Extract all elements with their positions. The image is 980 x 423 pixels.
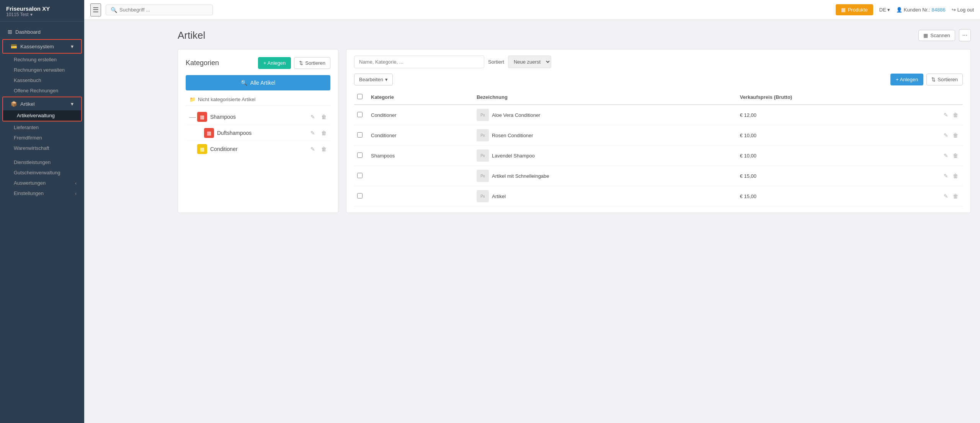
category-actions-shampoos: ✎ 🗑 xyxy=(309,113,328,121)
row-delete-3[interactable]: 🗑 xyxy=(951,172,960,180)
page-title-row: Artikel ▦ Scannen ··· xyxy=(178,29,971,41)
search-box: 🔍 xyxy=(106,5,213,15)
table-row: Conditioner Px Rosen Conditioner € 10,00… xyxy=(354,125,963,146)
row-checkbox-3[interactable] xyxy=(357,173,363,178)
sidebar: Friseursalon XY 10115 Test ▾ ⊞ Dashboard… xyxy=(0,0,84,423)
category-actions-conditioner: ✎ 🗑 xyxy=(309,145,328,153)
kategorien-actions: + Anlegen ⇅ Sortieren xyxy=(258,57,330,69)
sidebar-sub-lieferanten[interactable]: Lieferanten xyxy=(0,122,84,133)
row-edit-4[interactable]: ✎ xyxy=(942,192,950,200)
category-color-icon-conditioner: ▦ xyxy=(197,144,207,154)
more-options-button[interactable]: ··· xyxy=(959,29,971,41)
sidebar-sub-warenwirtschaft[interactable]: Warenwirtschaft xyxy=(0,143,84,153)
row-thumb-0: Px xyxy=(477,109,489,121)
sort-select[interactable]: Neue zuerst Alte zuerst Name A-Z Name Z-… xyxy=(508,56,551,68)
row-delete-2[interactable]: 🗑 xyxy=(951,152,960,159)
artikel-toolbar-bottom: Bearbeiten ▾ + Anlegen ⇅ Sortieren xyxy=(354,74,963,85)
sidebar-sub-fremdfirmen[interactable]: Fremdfirmen xyxy=(0,133,84,143)
category-name-conditioner[interactable]: Conditioner xyxy=(210,146,309,152)
sidebar-sub-einstellungen[interactable]: Einstellungen ‹ xyxy=(0,188,84,198)
sidebar-item-kassensystem[interactable]: 💳 Kassensystem ▾ xyxy=(2,39,82,54)
category-delete-conditioner[interactable]: 🗑 xyxy=(320,145,328,153)
row-edit-2[interactable]: ✎ xyxy=(942,152,950,159)
row-delete-4[interactable]: 🗑 xyxy=(951,192,960,200)
hamburger-button[interactable]: ☰ xyxy=(90,3,101,16)
category-item-conditioner: ▦ Conditioner ✎ 🗑 xyxy=(186,141,330,157)
category-delete-duftshampoos[interactable]: 🗑 xyxy=(320,129,328,137)
sidebar-sub-rechnung-erstellen[interactable]: Rechnung erstellen xyxy=(0,54,84,65)
panels: Kategorien + Anlegen ⇅ Sortieren 🔍 Alle … xyxy=(178,49,971,213)
sidebar-sub-artikelverwaltung[interactable]: Artikelverwaltung xyxy=(3,110,81,121)
produkte-button[interactable]: ▦ Produkte xyxy=(836,4,873,15)
artikel-search-input[interactable] xyxy=(354,56,484,68)
row-actions-2: ✎ 🗑 xyxy=(935,152,960,159)
row-edit-0[interactable]: ✎ xyxy=(942,111,950,119)
row-thumb-3: Px xyxy=(477,170,489,182)
bearbeiten-button[interactable]: Bearbeiten ▾ xyxy=(354,74,393,85)
row-edit-1[interactable]: ✎ xyxy=(942,131,950,139)
row-kategorie-0: Conditioner xyxy=(368,105,474,125)
produkte-icon: ▦ xyxy=(841,7,846,13)
table-row: Shampoos Px Lavendel Shampoo € 10,00 ✎ 🗑 xyxy=(354,146,963,166)
row-bezeichnung-4: Px Artikel xyxy=(474,186,737,207)
row-thumb-1: Px xyxy=(477,129,489,141)
row-checkbox-2[interactable] xyxy=(357,152,363,158)
page-title: Artikel xyxy=(178,30,205,41)
col-preis-header: Verkaufspreis (Brutto) xyxy=(737,90,932,105)
row-actions-3: ✎ 🗑 xyxy=(935,172,960,180)
row-checkbox-1[interactable] xyxy=(357,132,363,138)
row-delete-1[interactable]: 🗑 xyxy=(951,131,960,139)
sidebar-item-artikel[interactable]: 📦 Artikel ▾ xyxy=(3,97,81,110)
alle-artikel-button[interactable]: 🔍 Alle Artikel xyxy=(186,75,330,90)
search-input[interactable] xyxy=(119,7,208,13)
customer-number-link[interactable]: 84886 xyxy=(931,7,945,13)
sidebar-item-dashboard[interactable]: ⊞ Dashboard xyxy=(0,25,84,38)
category-edit-shampoos[interactable]: ✎ xyxy=(309,113,317,121)
row-actions-0: ✎ 🗑 xyxy=(935,111,960,119)
collapse-icon[interactable]: — xyxy=(188,113,197,121)
row-checkbox-4[interactable] xyxy=(357,193,363,198)
sidebar-sub-rechnungen-verwalten[interactable]: Rechnungen verwalten xyxy=(0,65,84,75)
sort-icon: ⇅ xyxy=(299,60,303,66)
nicht-kategorisiert-row[interactable]: 📁 Nicht kategorisierte Artikel xyxy=(186,93,330,106)
brand-branch[interactable]: 10115 Test ▾ xyxy=(6,12,78,17)
sidebar-sub-gutschein[interactable]: Gutscheinverwaltung xyxy=(0,167,84,178)
category-name-duftshampoos[interactable]: Duftshampoos xyxy=(217,130,309,136)
category-edit-conditioner[interactable]: ✎ xyxy=(309,145,317,153)
sort-icon-2: ⇅ xyxy=(931,77,936,82)
artikel-sortieren-button[interactable]: ⇅ Sortieren xyxy=(926,74,963,85)
category-color-icon-duftshampoos: ▦ xyxy=(204,128,214,138)
select-all-checkbox[interactable] xyxy=(357,94,363,99)
folder-icon: 📁 xyxy=(189,97,196,102)
table-row: Px Artikel mit Schnelleingabe € 15,00 ✎ … xyxy=(354,166,963,186)
category-delete-shampoos[interactable]: 🗑 xyxy=(320,113,328,121)
scan-button[interactable]: ▦ Scannen xyxy=(918,30,955,41)
row-bezeichnung-3: Px Artikel mit Schnelleingabe xyxy=(474,166,737,186)
sidebar-sub-kassenbuch[interactable]: Kassenbuch xyxy=(0,75,84,85)
row-bezeichnung-0: Px Aloe Vera Conditioner xyxy=(474,105,737,125)
logout-button[interactable]: ↪ Log out xyxy=(952,7,974,13)
sidebar-nav: ⊞ Dashboard 💳 Kassensystem ▾ Rechnung er… xyxy=(0,21,84,202)
sidebar-sub-offene-rechnungen[interactable]: Offene Rechnungen xyxy=(0,85,84,96)
row-kategorie-1: Conditioner xyxy=(368,125,474,146)
topbar-right: ▦ Produkte DE ▾ 👤 Kunden Nr.: 84886 ↪ Lo… xyxy=(836,4,974,15)
col-kategorie-header: Kategorie xyxy=(368,90,474,105)
row-kategorie-2: Shampoos xyxy=(368,146,474,166)
row-preis-2: € 10,00 xyxy=(737,146,932,166)
sidebar-sub-auswertungen[interactable]: Auswertungen ‹ xyxy=(0,178,84,188)
kategorie-sortieren-button[interactable]: ⇅ Sortieren xyxy=(294,57,330,69)
kategorie-anlegen-button[interactable]: + Anlegen xyxy=(258,57,291,69)
row-delete-0[interactable]: 🗑 xyxy=(951,111,960,119)
artikel-toolbar-top: Sortiert Neue zuerst Alte zuerst Name A-… xyxy=(354,56,963,68)
col-bezeichnung-header: Bezeichnung xyxy=(474,90,737,105)
category-edit-duftshampoos[interactable]: ✎ xyxy=(309,129,317,137)
language-selector[interactable]: DE ▾ xyxy=(879,7,890,13)
scan-icon: ▦ xyxy=(923,33,928,38)
category-name-shampoos[interactable]: Shampoos xyxy=(210,114,309,120)
artikel-anlegen-button[interactable]: + Anlegen xyxy=(890,74,923,85)
row-checkbox-0[interactable] xyxy=(357,112,363,117)
customer-icon: 👤 xyxy=(896,7,902,13)
sidebar-sub-dienstleistungen[interactable]: Dienstleistungen xyxy=(0,157,84,167)
row-edit-3[interactable]: ✎ xyxy=(942,172,950,180)
kategorien-title: Kategorien xyxy=(186,59,219,67)
